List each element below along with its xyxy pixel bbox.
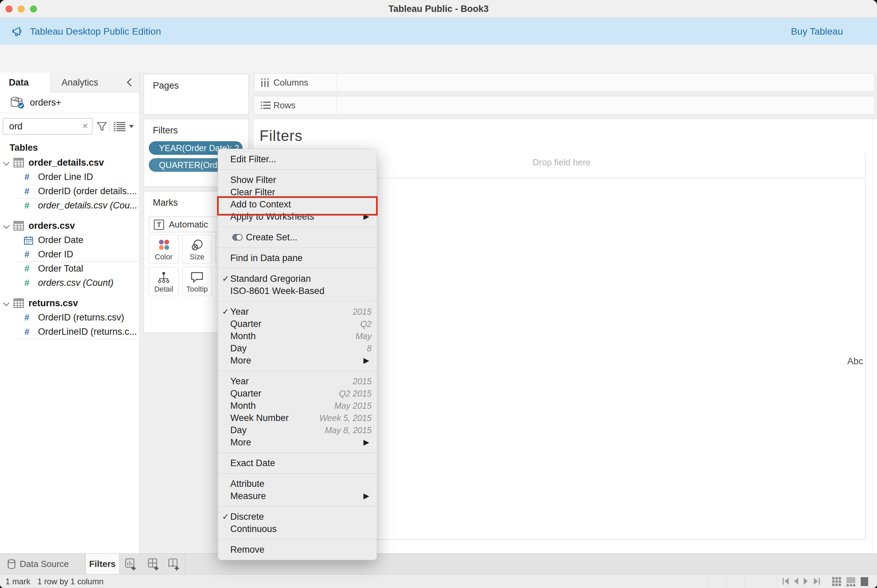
search-input[interactable]: ord × [3,118,92,135]
data-source-tab[interactable]: Data Source [0,554,85,574]
buy-tableau-link[interactable]: Buy Tableau [791,18,843,45]
check-icon [222,306,229,318]
menu-item-iso-8601[interactable]: ISO-8601 Week-Based [218,285,377,297]
menu-item-attribute[interactable]: Attribute [218,478,377,490]
table-icon [14,298,24,308]
rows-label: Rows [273,96,296,114]
menu-item-month-continuous[interactable]: MonthMay 2015 [218,400,377,412]
table-row[interactable]: order_details.csv [0,156,139,170]
number-icon: # [24,198,29,213]
datasource-row[interactable]: orders+ [0,92,139,113]
filters-card-title: Filters [153,125,178,136]
field-row[interactable]: # Order ID [0,247,139,261]
submenu-arrow-icon [363,436,369,448]
menu-item-find-in-data-pane[interactable]: Find in Data pane [218,252,377,264]
field-row[interactable]: # order_details.csv (Cou... [0,198,139,213]
banner-message: Tableau Desktop Public Edition [30,18,161,45]
mark-count: 1 mark [5,574,30,588]
field-row[interactable]: # OrderID (returns.csv) [0,310,139,324]
first-sheet-button[interactable] [781,576,790,586]
chevron-down-icon[interactable] [3,159,9,165]
view-size: 1 row by 1 column [38,574,104,588]
tooltip-icon [182,271,212,284]
field-row[interactable]: # Order Total [0,261,139,276]
columns-shelf[interactable]: Columns [254,74,874,92]
detail-icon [149,271,178,284]
pages-title: Pages [153,81,179,91]
new-story-button[interactable] [165,556,181,572]
highlight-annotation [217,196,378,216]
tab-data[interactable]: Data [0,73,51,92]
view-options-icon[interactable] [113,121,126,131]
menu-section: Edit Filter... [218,149,377,170]
filter-fields-icon[interactable] [96,121,107,132]
tableau-window: Tableau Public - Book3 Tableau Desktop P… [0,0,877,588]
size-button[interactable]: Size [182,235,212,264]
menu-item-continuous[interactable]: Continuous [218,523,377,535]
color-button[interactable]: Color [149,235,179,264]
data-pane: Data Analytics orders+ ord × [0,73,140,554]
tooltip-button[interactable]: Tooltip [182,267,212,296]
table-row[interactable]: orders.csv [0,219,139,233]
new-worksheet-tab-button[interactable] [122,556,138,572]
menu-item-edit-filter[interactable]: Edit Filter... [218,153,377,165]
menu-item-remove[interactable]: Remove [218,543,377,556]
number-icon: # [24,276,29,290]
new-dashboard-button[interactable] [145,556,161,572]
next-sheet-button[interactable] [802,576,810,586]
titlebar: Tableau Public - Book3 [0,0,877,18]
datasource-name: orders+ [30,92,61,113]
field-row[interactable]: Order Date [0,233,139,247]
view-options-caret[interactable] [129,125,134,128]
tab-analytics[interactable]: Analytics [51,73,139,92]
menu-item-more-continuous[interactable]: More [218,436,377,448]
columns-label: Columns [273,74,308,92]
detail-button[interactable]: Detail [149,267,179,296]
menu-item-day-discrete[interactable]: Day8 [218,342,377,354]
edition-banner: Tableau Desktop Public Edition Buy Table… [0,18,877,45]
set-venn-icon [232,233,243,242]
field-row[interactable]: # Order Line ID [0,170,139,184]
menu-item-year-discrete[interactable]: Year2015 [218,306,377,318]
show-filmstrip-button[interactable] [846,576,856,586]
menu-item-standard-gregorian[interactable]: Standard Gregorian [218,273,377,285]
pane-border [865,153,865,540]
menu-section: Find in Data pane [218,248,377,268]
table-row[interactable]: returns.csv [0,296,139,310]
menu-item-week-number[interactable]: Week NumberWeek 5, 2015 [218,412,377,424]
menu-section: Year2015 QuarterQ2 MonthMay Day8 More [218,301,377,371]
field-row[interactable]: # OrderID (order details.... [0,184,139,198]
menu-item-quarter-continuous[interactable]: QuarterQ2 2015 [218,387,377,400]
screen: Tableau Public - Book3 Tableau Desktop P… [0,0,877,588]
marks-title: Marks [153,198,178,208]
field-row[interactable]: # OrderLineID (returns.c... [0,324,139,339]
menu-item-exact-date[interactable]: Exact Date [218,457,377,469]
menu-item-quarter-discrete[interactable]: QuarterQ2 [218,318,377,330]
menu-item-day-continuous[interactable]: DayMay 8, 2015 [218,424,377,436]
chevron-down-icon[interactable] [3,300,9,306]
last-sheet-button[interactable] [812,576,821,586]
previous-sheet-button[interactable] [792,576,800,586]
show-sheet-tabs-button[interactable] [832,576,842,586]
menu-item-month-discrete[interactable]: MonthMay [218,330,377,342]
menu-item-more-discrete[interactable]: More [218,354,377,367]
menu-item-create-set[interactable]: Create Set... [218,231,377,243]
clear-search-icon[interactable]: × [83,118,88,134]
pages-card[interactable]: Pages [144,74,249,114]
menu-item-measure[interactable]: Measure [218,490,377,502]
data-source-icon [7,559,16,569]
chevron-down-icon[interactable] [3,222,9,228]
menu-section: Year2015 QuarterQ2 2015 MonthMay 2015 We… [218,371,377,453]
active-sheet-tab[interactable]: Filters [85,554,120,574]
menu-item-discrete[interactable]: Discrete [218,511,377,523]
menu-section: Exact Date [218,453,377,473]
check-icon [222,273,229,285]
search-row: ord × [0,118,139,135]
show-sheet-sorter-button[interactable] [860,576,869,586]
field-row[interactable]: # orders.csv (Count) [0,276,139,290]
menu-item-add-to-context[interactable]: Add to Context [218,198,377,210]
rows-shelf[interactable]: Rows [254,96,874,114]
menu-item-show-filter[interactable]: Show Filter [218,174,377,186]
menu-item-year-continuous[interactable]: Year2015 [218,375,377,387]
menu-section: Discrete Continuous [218,506,377,539]
